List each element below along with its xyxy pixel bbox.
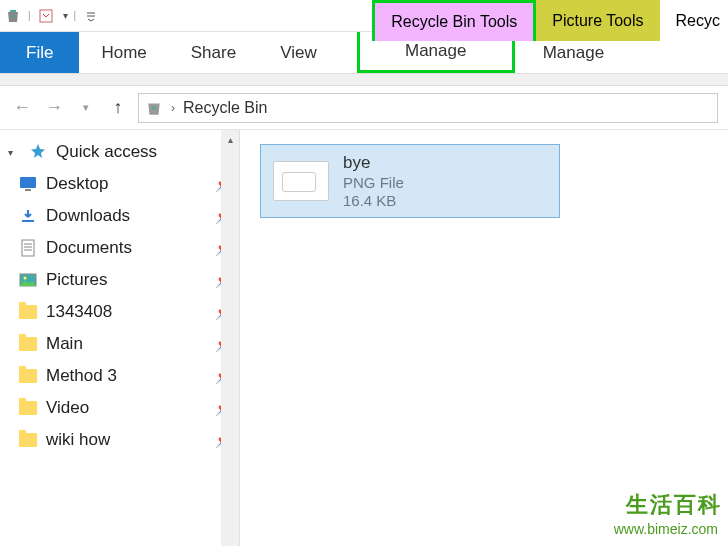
- content-area: ▴ ▾ Quick access Desktop 📌 Downloads 📌: [0, 130, 728, 546]
- file-name: bye: [343, 153, 404, 173]
- sidebar-item-documents[interactable]: Documents 📌: [0, 232, 239, 264]
- forward-button: →: [42, 96, 66, 120]
- chevron-right-icon[interactable]: ›: [171, 101, 175, 115]
- svg-rect-1: [20, 177, 36, 188]
- sidebar-item-pictures[interactable]: Pictures 📌: [0, 264, 239, 296]
- watermark-text: 生活百科: [610, 490, 722, 520]
- back-button[interactable]: ←: [10, 96, 34, 120]
- contextual-tabs: Recycle Bin Tools Picture Tools Recyc: [372, 0, 728, 41]
- breadcrumb[interactable]: › Recycle Bin: [138, 93, 718, 123]
- desktop-icon: [18, 174, 38, 194]
- svg-rect-3: [22, 220, 34, 222]
- file-list[interactable]: bye PNG File 16.4 KB: [240, 130, 728, 546]
- chevron-down-icon[interactable]: ▾: [8, 147, 20, 158]
- tab-home[interactable]: Home: [79, 32, 168, 73]
- folder-icon: [18, 302, 38, 322]
- sidebar-quick-access[interactable]: ▾ Quick access: [0, 136, 239, 168]
- star-icon: [28, 142, 48, 162]
- breadcrumb-location[interactable]: Recycle Bin: [183, 99, 267, 117]
- scroll-up-icon[interactable]: ▴: [221, 130, 239, 148]
- sidebar-item-downloads[interactable]: Downloads 📌: [0, 200, 239, 232]
- sidebar-item-desktop[interactable]: Desktop 📌: [0, 168, 239, 200]
- picture-tools-tab[interactable]: Picture Tools: [536, 0, 659, 41]
- sidebar-item-label: 1343408: [46, 302, 207, 322]
- svg-rect-2: [25, 189, 31, 191]
- sidebar-item-label: Downloads: [46, 206, 207, 226]
- file-size: 16.4 KB: [343, 192, 404, 209]
- sidebar-item-folder[interactable]: Main 📌: [0, 328, 239, 360]
- pictures-icon: [18, 270, 38, 290]
- watermark: 生活百科 www.bimeiz.com: [610, 490, 722, 538]
- separator-icon: |: [74, 10, 77, 21]
- properties-icon[interactable]: [37, 7, 55, 25]
- tab-share[interactable]: Share: [169, 32, 258, 73]
- folder-icon: [18, 334, 38, 354]
- downloads-icon: [18, 206, 38, 226]
- recycle-bin-tools-tab[interactable]: Recycle Bin Tools: [372, 0, 536, 41]
- qat-customize-icon[interactable]: [82, 7, 100, 25]
- separator-icon: |: [28, 10, 31, 21]
- sidebar-item-folder[interactable]: Video 📌: [0, 392, 239, 424]
- folder-icon: [18, 430, 38, 450]
- recent-locations-icon[interactable]: ▾: [74, 96, 98, 120]
- sidebar-item-folder[interactable]: wiki how 📌: [0, 424, 239, 456]
- navigation-pane: ▴ ▾ Quick access Desktop 📌 Downloads 📌: [0, 130, 240, 546]
- sidebar-item-label: wiki how: [46, 430, 207, 450]
- sidebar-item-folder[interactable]: Method 3 📌: [0, 360, 239, 392]
- svg-rect-4: [22, 240, 34, 256]
- tab-view[interactable]: View: [258, 32, 339, 73]
- window-title: Recyc: [660, 0, 728, 41]
- sidebar-item-label: Documents: [46, 238, 207, 258]
- ribbon-collapsed: [0, 74, 728, 86]
- recycle-bin-icon[interactable]: [4, 7, 22, 25]
- folder-icon: [18, 398, 38, 418]
- file-metadata: bye PNG File 16.4 KB: [343, 153, 404, 209]
- svg-rect-0: [40, 10, 52, 22]
- up-button[interactable]: ↑: [106, 96, 130, 120]
- sidebar-item-label: Quick access: [56, 142, 231, 162]
- file-type: PNG File: [343, 174, 404, 191]
- documents-icon: [18, 238, 38, 258]
- sidebar-item-folder[interactable]: 1343408 📌: [0, 296, 239, 328]
- sidebar-item-label: Pictures: [46, 270, 207, 290]
- sidebar-item-label: Video: [46, 398, 207, 418]
- chevron-down-icon[interactable]: ▾: [63, 10, 68, 21]
- file-thumbnail-icon: [273, 161, 329, 201]
- sidebar-item-label: Main: [46, 334, 207, 354]
- folder-icon: [18, 366, 38, 386]
- sidebar-item-label: Method 3: [46, 366, 207, 386]
- navigation-bar: ← → ▾ ↑ › Recycle Bin: [0, 86, 728, 130]
- file-item[interactable]: bye PNG File 16.4 KB: [260, 144, 560, 218]
- scrollbar[interactable]: ▴: [221, 130, 239, 546]
- tab-file[interactable]: File: [0, 32, 79, 73]
- sidebar-item-label: Desktop: [46, 174, 207, 194]
- watermark-url: www.bimeiz.com: [610, 520, 722, 538]
- svg-point-6: [24, 277, 27, 280]
- recycle-bin-icon: [145, 99, 163, 117]
